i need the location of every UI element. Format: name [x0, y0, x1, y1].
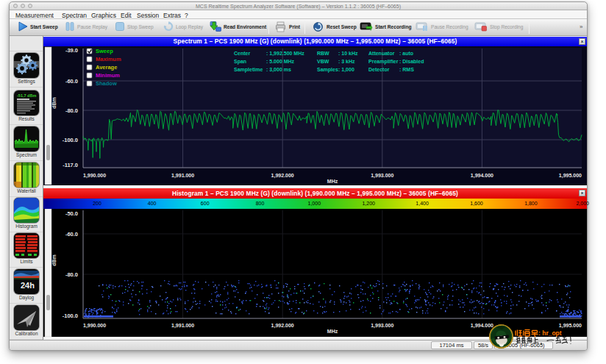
- svg-text:: 1,992.500 MHz: : 1,992.500 MHz: [266, 51, 304, 57]
- svg-text:1,993.000: 1,993.000: [371, 323, 393, 329]
- svg-text:RBW: RBW: [317, 51, 329, 56]
- svg-text:1,995.000: 1,995.000: [559, 173, 582, 179]
- svg-text:-51,7 dBm: -51,7 dBm: [17, 93, 36, 98]
- svg-text:-80.0: -80.0: [65, 271, 78, 278]
- svg-text:Samples: Samples: [317, 67, 338, 73]
- svg-text:24h: 24h: [21, 281, 35, 290]
- svg-text:Maximum: Maximum: [96, 56, 121, 63]
- svg-text:1,992.000: 1,992.000: [271, 323, 294, 329]
- svg-text:Detector: Detector: [368, 67, 390, 72]
- svg-text:-60.0: -60.0: [65, 231, 78, 238]
- svg-text:Average: Average: [96, 64, 117, 71]
- svg-text:: auto: : auto: [399, 51, 413, 56]
- svg-text:1,994.000: 1,994.000: [471, 173, 493, 179]
- svg-text:-117.0: -117.0: [63, 162, 78, 168]
- svg-text:-50.0: -50.0: [65, 210, 78, 217]
- svg-text:dBm: dBm: [51, 97, 57, 109]
- svg-text:MHz: MHz: [327, 179, 338, 184]
- svg-text:-60.0: -60.0: [65, 78, 78, 85]
- svg-text:Attenuator: Attenuator: [368, 51, 395, 56]
- svg-text:1,993.000: 1,993.000: [371, 173, 393, 179]
- svg-text:-100.0: -100.0: [63, 137, 78, 143]
- svg-text:Span: Span: [234, 59, 246, 65]
- svg-text:Shadow: Shadow: [96, 80, 117, 87]
- svg-text:-100.0: -100.0: [63, 313, 78, 319]
- svg-text:1,990.000: 1,990.000: [83, 323, 106, 329]
- svg-text:dBm: dBm: [51, 254, 57, 266]
- svg-text:1,992.000: 1,992.000: [271, 173, 294, 179]
- svg-text:1,991.000: 1,991.000: [171, 323, 194, 329]
- svg-text:: Disabled: : Disabled: [399, 59, 424, 64]
- svg-text:Sweep: Sweep: [96, 48, 113, 54]
- svg-text:: 3,000 ms: : 3,000 ms: [266, 67, 291, 73]
- svg-text:: 10 kHz: : 10 kHz: [338, 51, 358, 56]
- svg-text:MHz: MHz: [327, 329, 338, 334]
- svg-text:Center: Center: [234, 51, 250, 56]
- svg-text:VBW: VBW: [317, 59, 329, 64]
- svg-text:Sampletime: Sampletime: [234, 67, 263, 73]
- svg-text:: 1,000: : 1,000: [338, 67, 354, 73]
- svg-text:: 3 kHz: : 3 kHz: [338, 59, 355, 64]
- svg-text:1,991.000: 1,991.000: [171, 173, 194, 179]
- svg-text:1,990.000: 1,990.000: [83, 173, 106, 179]
- svg-text:: RMS: : RMS: [399, 67, 414, 72]
- svg-text:: 5.000 MHz: : 5.000 MHz: [266, 59, 295, 64]
- svg-text:-80.0: -80.0: [65, 107, 78, 114]
- svg-text:Minimum: Minimum: [96, 72, 120, 79]
- svg-text:Preamplifier: Preamplifier: [368, 59, 399, 65]
- svg-text:-39.0: -39.0: [65, 47, 78, 54]
